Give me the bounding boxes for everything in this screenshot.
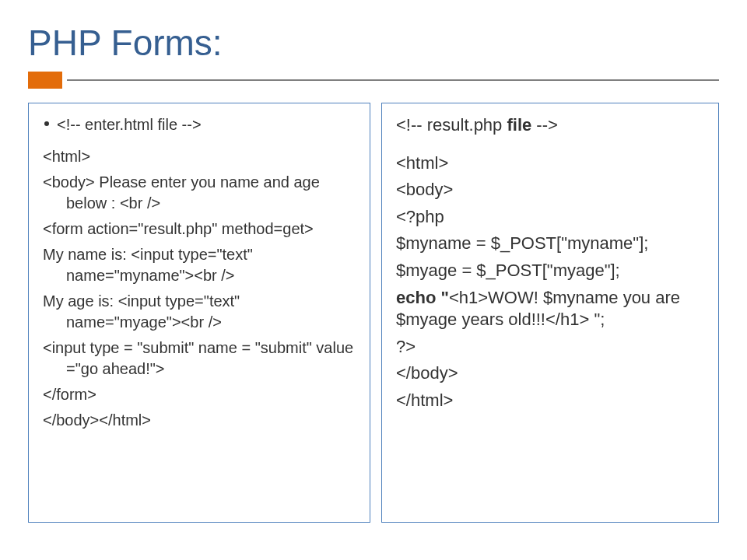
code-line: My name is: <input type="text" name="myn… bbox=[43, 244, 357, 286]
left-comment: <!-- enter.html file --> bbox=[57, 114, 202, 135]
code-line: $myage = $_POST["myage"]; bbox=[396, 260, 706, 282]
slide: PHP Forms: <!-- enter.html file --> <htm… bbox=[0, 0, 747, 538]
left-code-box: <!-- enter.html file --> <html> <body> P… bbox=[28, 103, 370, 523]
code-line: ?> bbox=[396, 336, 706, 359]
code-line: <input type = "submit" name = "submit" v… bbox=[43, 338, 357, 380]
bullet-icon bbox=[44, 121, 49, 126]
code-line: <html> bbox=[396, 152, 706, 175]
code-line: <body> Please enter you name and age bel… bbox=[43, 172, 357, 214]
right-code-box: <!-- result.php file --> <html> <body> <… bbox=[381, 103, 719, 523]
code-line: </body></html> bbox=[43, 410, 357, 431]
spacer bbox=[396, 142, 706, 148]
bullet-row: <!-- enter.html file --> bbox=[43, 114, 357, 135]
page-title: PHP Forms: bbox=[28, 22, 719, 64]
code-line: My age is: <input type="text" name="myag… bbox=[43, 291, 357, 333]
code-line: </body> bbox=[396, 362, 706, 385]
right-comment: <!-- result.php file --> bbox=[396, 114, 706, 137]
code-line: echo "<h1>WOW! $myname you are $myage ye… bbox=[396, 287, 706, 331]
code-line: $myname = $_POST["myname"]; bbox=[396, 233, 706, 255]
columns: <!-- enter.html file --> <html> <body> P… bbox=[28, 103, 719, 523]
code-line: </html> bbox=[396, 390, 706, 412]
code-line: <form action="result.php" method=get> bbox=[43, 219, 357, 240]
accent-block bbox=[28, 72, 62, 89]
code-line: <?php bbox=[396, 206, 706, 229]
title-rule bbox=[28, 72, 719, 89]
horizontal-rule bbox=[67, 79, 719, 81]
code-line: </form> bbox=[43, 384, 357, 405]
code-line: <body> bbox=[396, 179, 706, 201]
code-line: <html> bbox=[43, 146, 357, 167]
